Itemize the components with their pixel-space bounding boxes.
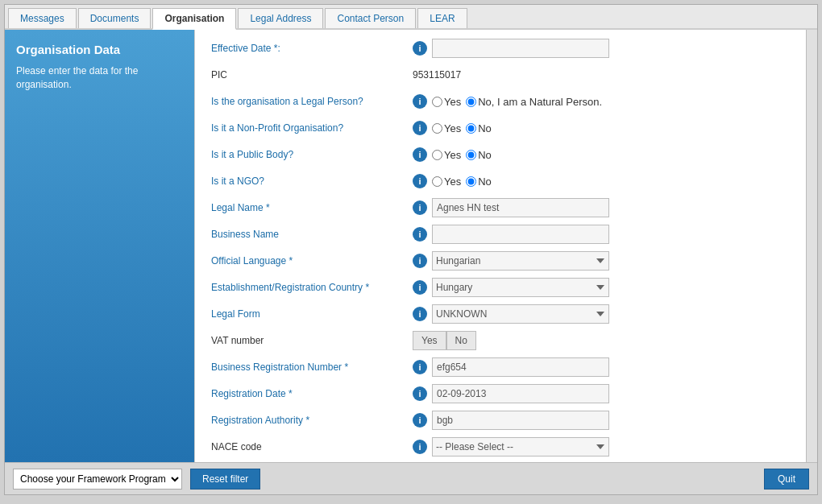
nace-code-info-icon[interactable]: i xyxy=(413,440,427,454)
public-body-yes-option[interactable]: Yes xyxy=(432,149,461,161)
tab-messages[interactable]: Messages xyxy=(8,8,77,28)
registration-authority-info-icon[interactable]: i xyxy=(413,413,427,428)
legal-form-label: Legal Form xyxy=(211,308,413,320)
registration-authority-label: Registration Authority * xyxy=(211,415,413,426)
sidebar-description: Please enter the data for the organisati… xyxy=(16,64,183,92)
tab-contact-person[interactable]: Contact Person xyxy=(325,8,416,28)
legal-name-row: Legal Name * i xyxy=(211,197,790,218)
effective-date-info-icon[interactable]: i xyxy=(413,41,427,56)
effective-date-input[interactable] xyxy=(432,39,609,58)
establishment-country-select[interactable]: Hungary xyxy=(432,278,609,297)
effective-date-label: Effective Date *: xyxy=(211,43,413,54)
non-profit-row: Is it a Non-Profit Organisation? i Yes N… xyxy=(211,118,790,138)
legal-person-row: Is the organisation a Legal Person? i Ye… xyxy=(211,91,790,112)
public-body-no-option[interactable]: No xyxy=(466,149,492,161)
vat-no-button[interactable]: No xyxy=(446,331,476,350)
tab-documents[interactable]: Documents xyxy=(78,8,152,28)
legal-person-label: Is the organisation a Legal Person? xyxy=(211,96,413,107)
non-profit-label: Is it a Non-Profit Organisation? xyxy=(211,122,413,134)
ngo-info-icon[interactable]: i xyxy=(413,174,427,188)
business-name-input[interactable] xyxy=(432,225,609,244)
ngo-yes-option[interactable]: Yes xyxy=(432,176,461,188)
legal-person-yes-option[interactable]: Yes xyxy=(432,96,461,108)
official-language-select[interactable]: Hungarian xyxy=(432,251,609,271)
business-reg-number-label: Business Registration Number * xyxy=(211,361,413,373)
business-reg-number-info-icon[interactable]: i xyxy=(413,360,427,374)
registration-date-label: Registration Date * xyxy=(211,388,413,399)
form-area: Effective Date *: i PIC 953115017 Is the… xyxy=(194,30,806,462)
ngo-no-option[interactable]: No xyxy=(466,176,492,188)
pic-label: PIC xyxy=(211,69,413,81)
legal-name-label: Legal Name * xyxy=(211,202,413,213)
non-profit-no-option[interactable]: No xyxy=(466,122,492,134)
registration-date-info-icon[interactable]: i xyxy=(413,386,427,401)
registration-date-input[interactable] xyxy=(432,384,609,403)
business-reg-number-row: Business Registration Number * i xyxy=(211,357,790,378)
sidebar-title: Organisation Data xyxy=(16,43,183,56)
ngo-label: Is it a NGO? xyxy=(211,176,413,187)
non-profit-info-icon[interactable]: i xyxy=(413,121,427,135)
nace-code-label: NACE code xyxy=(211,441,413,452)
public-body-row: Is it a Public Body? i Yes No xyxy=(211,144,790,165)
business-name-row: Business Name i xyxy=(211,224,790,245)
scrollbar[interactable] xyxy=(806,30,817,462)
public-body-label: Is it a Public Body? xyxy=(211,149,413,160)
registration-date-row: Registration Date * i xyxy=(211,383,790,404)
public-body-radio-group: Yes No xyxy=(432,149,492,161)
legal-form-info-icon[interactable]: i xyxy=(413,307,427,321)
tab-lear[interactable]: LEAR xyxy=(417,8,467,28)
establishment-country-info-icon[interactable]: i xyxy=(413,280,427,295)
establishment-country-label: Establishment/Registration Country * xyxy=(211,282,413,293)
legal-person-no-option[interactable]: No, I am a Natural Person. xyxy=(466,96,602,108)
non-profit-radio-group: Yes No xyxy=(432,122,492,134)
tab-legal-address[interactable]: Legal Address xyxy=(238,8,323,28)
legal-person-info-icon[interactable]: i xyxy=(413,94,427,109)
legal-form-row: Legal Form i UNKNOWN xyxy=(211,304,790,324)
business-reg-number-input[interactable] xyxy=(432,357,609,377)
pic-row: PIC 953115017 xyxy=(211,64,790,85)
vat-number-label: VAT number xyxy=(211,335,413,346)
establishment-country-row: Establishment/Registration Country * i H… xyxy=(211,277,790,298)
business-name-label: Business Name xyxy=(211,229,413,240)
legal-person-radio-group: Yes No, I am a Natural Person. xyxy=(432,96,602,108)
public-body-info-icon[interactable]: i xyxy=(413,147,427,162)
quit-button[interactable]: Quit xyxy=(764,469,809,490)
pic-value: 953115017 xyxy=(413,69,461,81)
official-language-row: Official Language * i Hungarian xyxy=(211,250,790,271)
ngo-row: Is it a NGO? i Yes No xyxy=(211,171,790,192)
nace-code-select[interactable]: -- Please Select -- xyxy=(432,437,609,456)
ngo-radio-group: Yes No xyxy=(432,176,492,188)
effective-date-row: Effective Date *: i xyxy=(211,38,790,59)
sidebar: Organisation Data Please enter the data … xyxy=(5,30,194,462)
legal-form-select[interactable]: UNKNOWN xyxy=(432,304,609,324)
vat-yes-button[interactable]: Yes xyxy=(413,331,446,350)
bottom-bar: Choose your Framework Program Reset filt… xyxy=(5,462,817,494)
legal-name-info-icon[interactable]: i xyxy=(413,200,427,215)
vat-number-row: VAT number Yes No xyxy=(211,330,790,351)
legal-name-input[interactable] xyxy=(432,198,609,217)
non-profit-yes-option[interactable]: Yes xyxy=(432,122,461,134)
registration-authority-row: Registration Authority * i xyxy=(211,410,790,431)
official-language-info-icon[interactable]: i xyxy=(413,254,427,268)
framework-select[interactable]: Choose your Framework Program xyxy=(13,469,182,490)
nace-code-row: NACE code i -- Please Select -- xyxy=(211,436,790,457)
reset-filter-button[interactable]: Reset filter xyxy=(190,469,260,490)
tab-organisation[interactable]: Organisation xyxy=(152,8,236,30)
official-language-label: Official Language * xyxy=(211,255,413,266)
registration-authority-input[interactable] xyxy=(432,411,609,430)
business-name-info-icon[interactable]: i xyxy=(413,227,427,242)
tab-bar: Messages Documents Organisation Legal Ad… xyxy=(5,5,817,30)
